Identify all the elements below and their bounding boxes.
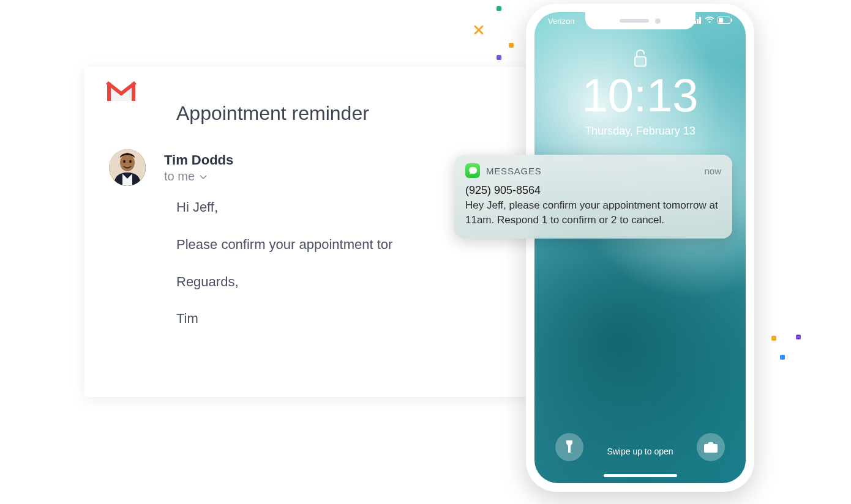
decorative-x-icon — [471, 23, 486, 37]
notification-sender: (925) 905-8564 — [465, 184, 721, 197]
chevron-down-icon — [200, 169, 207, 183]
wifi-icon — [705, 17, 714, 26]
sender-name: Tim Dodds — [164, 152, 233, 168]
svg-rect-20 — [635, 57, 646, 66]
email-signoff: Reguards, — [176, 273, 531, 292]
home-indicator[interactable] — [604, 474, 677, 477]
notification-timestamp: now — [704, 166, 721, 176]
lock-icon — [634, 49, 647, 70]
email-signature: Tim — [176, 309, 531, 328]
carrier-label: Verizon — [548, 17, 574, 26]
svg-rect-21 — [566, 440, 572, 442]
svg-point-11 — [123, 160, 126, 163]
phone-mockup: Verizon 10:13 Thursday, F — [526, 4, 754, 492]
recipient-text: to me — [164, 169, 195, 183]
svg-rect-15 — [697, 19, 699, 24]
svg-rect-16 — [699, 17, 701, 24]
svg-rect-19 — [731, 19, 732, 22]
recipient-dropdown[interactable]: to me — [164, 169, 233, 183]
phone-lockscreen: Verizon 10:13 Thursday, F — [534, 12, 746, 483]
svg-rect-18 — [719, 18, 723, 23]
svg-point-10 — [120, 154, 135, 171]
phone-notch — [585, 12, 695, 29]
lockscreen-time: 10:13 — [534, 69, 746, 122]
swipe-hint: Swipe up to open — [534, 447, 746, 456]
notification-body: Hey Jeff, please confirm your appointmen… — [465, 198, 721, 228]
notification-app-name: MESSAGES — [486, 166, 542, 176]
svg-point-12 — [129, 160, 132, 163]
sms-notification[interactable]: MESSAGES now (925) 905-8564 Hey Jeff, pl… — [454, 155, 732, 239]
battery-icon — [718, 17, 732, 26]
email-subject: Appointment reminder — [176, 102, 531, 125]
gmail-icon — [105, 79, 137, 103]
messages-app-icon — [465, 163, 480, 178]
lockscreen-date: Thursday, February 13 — [534, 125, 746, 138]
sender-avatar — [109, 149, 146, 186]
